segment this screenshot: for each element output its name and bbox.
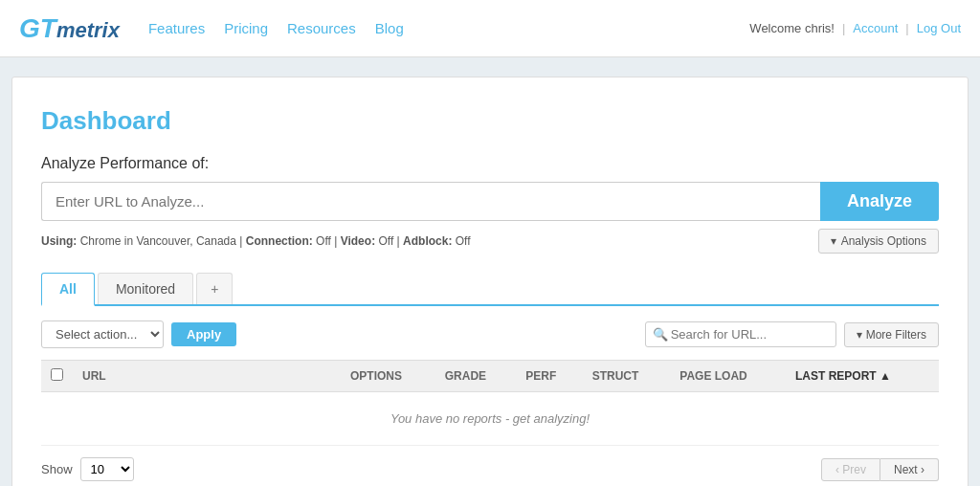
url-input[interactable]	[41, 182, 820, 221]
col-perf: PERF	[516, 361, 582, 392]
search-url-input[interactable]	[645, 321, 836, 347]
show-select[interactable]: 10 25 50 100	[80, 457, 134, 481]
col-options: OPTIONS	[341, 361, 435, 392]
analyze-row: Analyze	[41, 182, 939, 221]
col-struct: STRUCT	[583, 361, 671, 392]
apply-button[interactable]: Apply	[171, 322, 236, 346]
adblock-label: Adblock:	[403, 234, 452, 248]
table-empty-row: You have no reports - get analyzing!	[41, 392, 939, 446]
using-location: Vancouver, Canada	[136, 234, 236, 248]
tab-monitored[interactable]: Monitored	[98, 273, 193, 304]
tab-add[interactable]: +	[196, 273, 233, 304]
logo: GTmetrix	[19, 13, 120, 44]
more-filters-label: More Filters	[866, 328, 926, 342]
analyze-button[interactable]: Analyze	[820, 182, 939, 221]
header: GTmetrix Features Pricing Resources Blog…	[0, 0, 980, 57]
logout-link[interactable]: Log Out	[917, 21, 961, 35]
nav-blog[interactable]: Blog	[375, 15, 404, 41]
reports-table: URL OPTIONS GRADE PERF STRUCT PAGE LOAD …	[41, 360, 939, 446]
chevron-down-icon: ▾	[831, 234, 836, 248]
search-url-wrap: 🔍	[645, 321, 836, 347]
no-reports-message: You have no reports - get analyzing!	[41, 392, 939, 446]
show-row: Show 10 25 50 100 ‹ Prev Next ›	[41, 457, 939, 481]
next-button[interactable]: Next ›	[880, 458, 939, 481]
filter-right: 🔍 ▾ More Filters	[645, 321, 939, 347]
header-right: Welcome chris! | Account | Log Out	[749, 21, 961, 35]
show-label: Show	[41, 462, 73, 476]
main-nav: Features Pricing Resources Blog	[148, 15, 749, 41]
analyze-label: Analyze Performance of:	[41, 155, 939, 172]
video-label: Video:	[341, 234, 375, 248]
filter-row: Select action... Apply 🔍 ▾ More Filters	[41, 320, 939, 348]
search-icon: 🔍	[653, 327, 668, 342]
logo-gt: GT	[19, 13, 56, 44]
pagination: ‹ Prev Next ›	[821, 458, 939, 481]
col-pageload: PAGE LOAD	[670, 361, 786, 392]
using-info: Using: Chrome in Vancouver, Canada | Con…	[41, 234, 471, 248]
select-all-checkbox[interactable]	[51, 368, 63, 381]
nav-features[interactable]: Features	[148, 15, 205, 41]
show-left: Show 10 25 50 100	[41, 457, 134, 481]
using-in: in	[124, 234, 137, 248]
using-browser: Chrome	[80, 234, 122, 248]
chevron-down-icon-2: ▾	[857, 328, 862, 342]
select-action[interactable]: Select action...	[41, 320, 164, 348]
analysis-options-label: Analysis Options	[841, 234, 926, 248]
more-filters-button[interactable]: ▾ More Filters	[844, 322, 939, 347]
tabs-row: All Monitored +	[41, 273, 939, 306]
prev-button[interactable]: ‹ Prev	[821, 458, 880, 481]
nav-pricing[interactable]: Pricing	[224, 15, 268, 41]
page-title: Dashboard	[41, 106, 939, 136]
connection-label: Connection:	[246, 234, 313, 248]
col-url: URL	[73, 361, 341, 392]
using-label: Using:	[41, 234, 77, 248]
account-link[interactable]: Account	[853, 21, 898, 35]
tab-all[interactable]: All	[41, 273, 95, 306]
welcome-text: Welcome chris!	[749, 21, 835, 35]
main-container: Dashboard Analyze Performance of: Analyz…	[11, 77, 969, 486]
filter-left: Select action... Apply	[41, 320, 236, 348]
col-checkbox	[41, 361, 73, 392]
col-lastreport[interactable]: LAST REPORT ▲	[786, 361, 939, 392]
adblock-value: Off	[456, 234, 471, 248]
video-value: Off	[378, 234, 393, 248]
logo-metrix: metrix	[56, 18, 120, 43]
separator-1: |	[842, 21, 845, 35]
options-row: Using: Chrome in Vancouver, Canada | Con…	[41, 229, 939, 254]
connection-value: Off	[316, 234, 331, 248]
analysis-options-button[interactable]: ▾ Analysis Options	[818, 229, 939, 254]
col-grade: GRADE	[435, 361, 517, 392]
separator-2: |	[905, 21, 908, 35]
table-header-row: URL OPTIONS GRADE PERF STRUCT PAGE LOAD …	[41, 361, 939, 392]
nav-resources[interactable]: Resources	[287, 15, 356, 41]
